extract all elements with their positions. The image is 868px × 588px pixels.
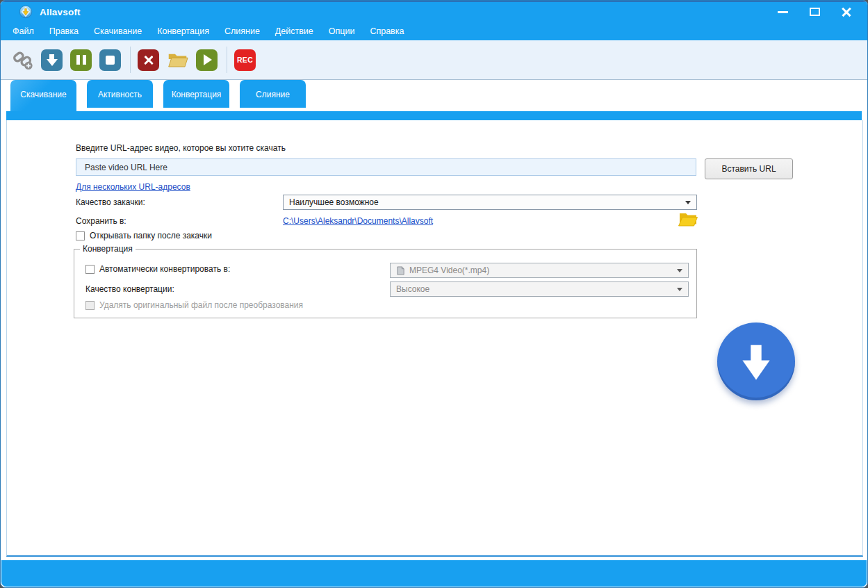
folder-icon <box>167 50 188 70</box>
menu-options[interactable]: Опции <box>321 24 363 39</box>
play-button[interactable] <box>196 49 218 71</box>
delete-original-checkbox: Удалять оригинальный файл после преобраз… <box>85 300 303 310</box>
menu-help[interactable]: Справка <box>362 24 411 39</box>
menu-file[interactable]: Файл <box>5 24 42 39</box>
menu-merge[interactable]: Слияние <box>217 24 268 39</box>
download-quality-value: Наилучшее возможное <box>289 197 379 207</box>
video-url-input[interactable] <box>76 158 696 176</box>
browse-folder-icon[interactable] <box>678 211 698 228</box>
video-file-icon <box>396 266 405 275</box>
convert-format-dropdown: MPEG4 Video(*.mp4) <box>390 263 689 278</box>
url-entry-label: Введите URL-адрес видео, которое вы хоти… <box>76 143 286 153</box>
checkbox-label: Удалять оригинальный файл после преобраз… <box>99 300 303 310</box>
download-quality-label: Качество закачки: <box>76 197 145 207</box>
convert-quality-value: Высокое <box>396 284 429 294</box>
menu-action[interactable]: Действие <box>268 24 321 39</box>
app-logo-icon <box>19 5 33 19</box>
save-path-link[interactable]: C:\Users\Aleksandr\Documents\Allavsoft <box>283 216 433 226</box>
title-bar: Allavsoft <box>1 2 867 22</box>
maximize-icon <box>810 8 820 16</box>
convert-format-value: MPEG4 Video(*.mp4) <box>409 266 489 275</box>
big-download-arrow-icon <box>732 337 780 386</box>
pause-button[interactable] <box>70 49 92 71</box>
auto-convert-checkbox[interactable]: Автоматически конвертировать в: <box>85 264 230 274</box>
tab-label: Конвертация <box>172 90 222 99</box>
convert-quality-dropdown: Высокое <box>390 281 689 297</box>
open-folder-button[interactable] <box>167 49 188 71</box>
tab-merge[interactable]: Слияние <box>240 80 306 108</box>
open-folder-after-download-checkbox[interactable]: Открывать папку после закачки <box>76 231 212 240</box>
chevron-down-icon <box>677 269 682 272</box>
paste-url-button[interactable]: Вставить URL <box>705 158 793 179</box>
checkbox-box <box>85 265 95 274</box>
convert-group-title: Конвертация <box>80 244 136 254</box>
menu-convert[interactable]: Конвертация <box>149 24 217 39</box>
close-button[interactable] <box>835 3 858 20</box>
stop-button[interactable] <box>99 49 121 71</box>
tab-label: Скачивание <box>20 90 66 99</box>
x-icon <box>143 54 154 65</box>
close-icon <box>841 6 852 17</box>
checkbox-label: Автоматически конвертировать в: <box>99 264 230 274</box>
toolbar-separator <box>227 47 227 73</box>
app-window: Allavsoft Файл Правка Скачивание Конверт… <box>0 0 868 588</box>
checkbox-label: Открывать папку после закачки <box>90 231 212 240</box>
status-bar <box>1 560 867 587</box>
delete-button[interactable] <box>138 49 159 71</box>
minimize-icon <box>778 11 788 13</box>
menu-edit[interactable]: Правка <box>42 24 86 39</box>
big-download-button[interactable] <box>717 322 795 400</box>
chain-plus-icon <box>13 49 33 70</box>
download-quality-dropdown[interactable]: Наилучшее возможное <box>283 195 697 210</box>
tab-activity[interactable]: Активность <box>87 80 153 108</box>
download-tab-panel: Введите URL-адрес видео, которое вы хоти… <box>6 120 863 557</box>
menu-download[interactable]: Скачивание <box>86 24 149 39</box>
download-arrow-icon <box>47 59 58 66</box>
tab-download[interactable]: Скачивание <box>10 80 76 111</box>
chevron-down-icon <box>677 288 682 291</box>
tab-convert[interactable]: Конвертация <box>163 80 229 108</box>
minimize-button[interactable] <box>771 3 794 20</box>
tab-label: Активность <box>98 90 142 99</box>
add-url-button[interactable] <box>12 49 33 71</box>
toolbar-separator <box>130 47 131 73</box>
toolbar: REC <box>1 40 867 80</box>
maximize-button[interactable] <box>803 3 826 20</box>
tab-bar: Скачивание Активность Конвертация Слияни… <box>1 80 867 111</box>
start-download-button[interactable] <box>41 49 63 71</box>
play-icon <box>204 54 212 65</box>
window-controls <box>771 2 858 22</box>
pause-icon <box>76 55 86 65</box>
rec-label: REC <box>237 56 253 64</box>
checkbox-box <box>76 231 85 240</box>
menu-bar: Файл Правка Скачивание Конвертация Слиян… <box>1 22 867 40</box>
convert-groupbox: Конвертация Автоматически конвертировать… <box>74 249 697 318</box>
record-button[interactable]: REC <box>234 49 256 71</box>
app-title: Allavsoft <box>40 7 81 17</box>
stop-icon <box>106 56 115 65</box>
convert-quality-label: Качество конвертации: <box>85 284 174 294</box>
active-tab-strip <box>6 111 862 121</box>
chevron-down-icon <box>685 201 691 204</box>
tab-label: Слияние <box>256 90 290 99</box>
checkbox-box <box>85 301 95 310</box>
multiple-urls-link[interactable]: Для нескольких URL-адресов <box>76 182 190 192</box>
save-to-label: Сохранить в: <box>76 216 126 226</box>
